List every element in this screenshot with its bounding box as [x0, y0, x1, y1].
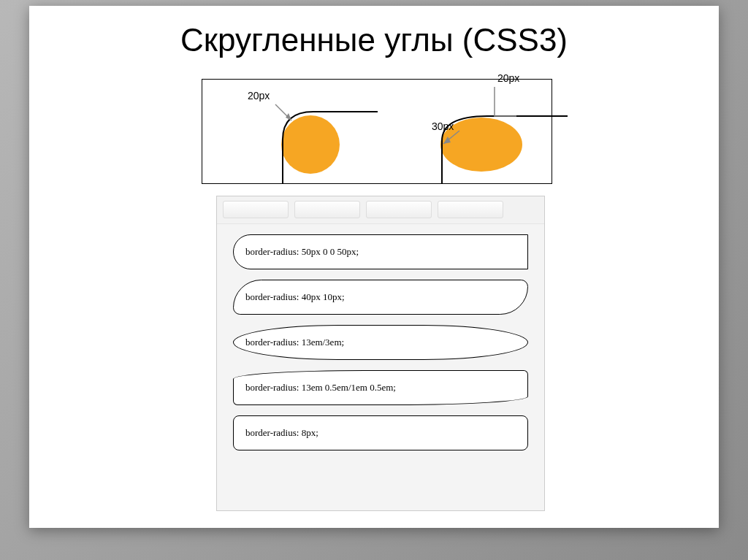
example-row: border-radius: 13em/3em;: [233, 325, 528, 360]
example-text: border-radius: 13em 0.5em/1em 0.5em;: [245, 382, 396, 394]
example-row: border-radius: 50px 0 0 50px;: [233, 234, 528, 269]
example-row: border-radius: 40px 10px;: [233, 280, 528, 315]
toolbar-button: [294, 201, 360, 218]
corner-left-svg: [253, 74, 400, 198]
diagram-left: 20px: [253, 74, 400, 191]
svg-point-0: [281, 115, 340, 174]
example-text: border-radius: 13em/3em;: [245, 337, 344, 348]
corner-right-svg: [421, 74, 597, 198]
label-left-20px: 20px: [248, 90, 270, 101]
example-text: border-radius: 50px 0 0 50px;: [245, 246, 359, 258]
examples-panel: border-radius: 50px 0 0 50px; border-rad…: [216, 196, 545, 511]
example-text: border-radius: 40px 10px;: [245, 291, 345, 303]
examples-toolbar: [217, 196, 544, 224]
label-right-30px: 30px: [432, 120, 454, 132]
toolbar-button: [438, 201, 503, 218]
diagram-right: 20px 30px: [421, 74, 582, 191]
slide: Скругленные углы (CSS3) 20px: [29, 6, 719, 528]
toolbar-button: [366, 201, 432, 218]
corner-diagram: 20px 20px 30px: [202, 79, 552, 184]
example-row: border-radius: 13em 0.5em/1em 0.5em;: [233, 370, 528, 405]
example-text: border-radius: 8px;: [245, 427, 318, 439]
example-row: border-radius: 8px;: [233, 415, 528, 450]
toolbar-button: [223, 201, 289, 218]
page-title: Скругленные углы (CSS3): [29, 6, 719, 58]
label-right-20px: 20px: [497, 72, 519, 84]
